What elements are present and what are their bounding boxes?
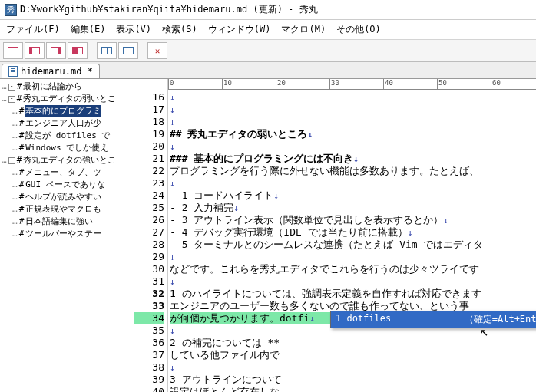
app-icon: 秀	[5, 4, 17, 16]
outline-item[interactable]: …#日本語編集に強い	[0, 216, 134, 228]
workspace: …-#最初に結論から…-#秀丸エディタの弱いとこ…#基本的にプログラミ…#エンジ…	[0, 79, 536, 392]
layout-btn-4[interactable]	[68, 42, 88, 59]
outline-item[interactable]: …#GUI ベースでありな	[0, 179, 134, 191]
outline-item[interactable]: …-#秀丸エディタの弱いとこ	[0, 93, 134, 105]
layout-btn-1[interactable]	[3, 42, 23, 59]
tab-label: hidemaru.md *	[21, 66, 93, 77]
line[interactable]: ↓	[170, 140, 536, 153]
line[interactable]: 設定はほとんど存在しな	[170, 386, 536, 392]
line[interactable]: ↓	[170, 177, 536, 189]
line[interactable]: ↓	[170, 275, 536, 288]
line[interactable]: - 1 コードハイライト↓	[170, 189, 536, 202]
line[interactable]: 1 のハイライトについては、強調表示定義を自作すれば対応できます	[170, 288, 536, 300]
menu-window[interactable]: ウィンドウ(W)	[208, 23, 271, 36]
collapse-icon[interactable]: -	[8, 84, 15, 91]
split-h-btn[interactable]	[118, 42, 138, 59]
titlebar: 秀 D:¥work¥github¥stakiran¥qiita¥hidemaru…	[0, 0, 536, 20]
line[interactable]: - 3 アウトライン表示（関数単位で見出しを表示するとか）↓	[170, 214, 536, 226]
collapse-icon[interactable]: -	[8, 157, 15, 164]
line[interactable]: ↓	[170, 251, 536, 263]
window-title: D:¥work¥github¥stakiran¥qiita¥hidemaru.m…	[20, 3, 318, 16]
outline-item[interactable]: …#設定が dotfiles で	[0, 130, 134, 142]
line[interactable]: 2 の補完については **	[170, 337, 536, 349]
menubar: ファイル(F) 編集(E) 表示(V) 検索(S) ウィンドウ(W) マクロ(M…	[0, 20, 536, 40]
line[interactable]: ↓	[170, 104, 536, 116]
line[interactable]: などです。これらを秀丸エディタでこれらを行うのは少々ツライです	[170, 263, 536, 275]
toolbar: ✕	[0, 40, 536, 62]
outline-panel[interactable]: …-#最初に結論から…-#秀丸エディタの弱いとこ…#基本的にプログラミ…#エンジ…	[0, 79, 134, 392]
line[interactable]: ### 基本的にプログラミングには不向き↓	[170, 153, 536, 165]
outline-item[interactable]: …#ツールバーやステー	[0, 228, 134, 240]
collapse-icon[interactable]: -	[8, 96, 15, 103]
layout-btn-3[interactable]	[46, 42, 66, 59]
completion-popup[interactable]: 1 dotfiles （確定=Alt+Enter） ▲ ▼	[330, 311, 536, 328]
completion-hint: （確定=Alt+Enter）	[465, 313, 536, 326]
split-v-btn[interactable]	[97, 42, 117, 59]
completion-text: 1 dotfiles	[336, 313, 391, 326]
completion-item[interactable]: 1 dotfiles （確定=Alt+Enter）	[331, 311, 536, 328]
close-split-btn[interactable]: ✕	[147, 42, 167, 59]
line[interactable]: - 2 入力補完↓	[170, 202, 536, 214]
menu-search[interactable]: 検索(S)	[162, 23, 197, 36]
line[interactable]: プログラミングを行う際に外せない機能は多数あります。たとえば、	[170, 165, 536, 177]
tab-hidemaru[interactable]: hidemaru.md *	[2, 64, 100, 78]
menu-macro[interactable]: マクロ(M)	[281, 23, 326, 36]
line[interactable]: ↓	[170, 116, 536, 128]
line[interactable]: - 5 ターミナルとのシームレスな連携（たとえば Vim ではエディタ	[170, 239, 536, 251]
outline-item[interactable]: …#基本的にプログラミ	[0, 105, 134, 117]
outline-item[interactable]: …#エンジニア人口が少	[0, 117, 134, 130]
outline-item[interactable]: …#メニュー、タブ、ツ	[0, 166, 134, 179]
outline-item[interactable]: …#正規表現やマクロも	[0, 203, 134, 216]
line[interactable]: 3 アウトラインについて	[170, 374, 536, 386]
menu-view[interactable]: 表示(V)	[116, 23, 151, 36]
line[interactable]: ## 秀丸エディタの弱いところ↓	[170, 128, 536, 140]
outline-item[interactable]: …#ヘルプが読みやすい	[0, 191, 134, 203]
outline-item[interactable]: …-#秀丸エディタの強いとこ	[0, 154, 134, 166]
menu-file[interactable]: ファイル(F)	[6, 23, 60, 36]
line[interactable]: ↓	[170, 361, 536, 374]
gutter: 1617181920212223242526272829303132333435…	[134, 79, 168, 392]
text-area[interactable]: ↓↓↓## 秀丸エディタの弱いところ↓↓### 基本的にプログラミングには不向き…	[168, 79, 536, 392]
menu-edit[interactable]: 編集(E)	[71, 23, 106, 36]
line[interactable]: している他ファイル内で	[170, 349, 536, 361]
line[interactable]: ↓	[170, 91, 536, 104]
editor[interactable]: 010203040506070 161718192021222324252627…	[134, 79, 536, 392]
tabbar: hidemaru.md *	[0, 62, 536, 79]
menu-other[interactable]: その他(O)	[336, 23, 381, 36]
layout-btn-2[interactable]	[25, 42, 45, 59]
outline-item[interactable]: …#Windows でしか使え	[0, 142, 134, 154]
outline-item[interactable]: …-#最初に結論から	[0, 81, 134, 93]
line[interactable]: - 4 デバッグ実行環境（IDE では当たり前に搭載）↓	[170, 226, 536, 239]
document-icon	[8, 66, 18, 77]
